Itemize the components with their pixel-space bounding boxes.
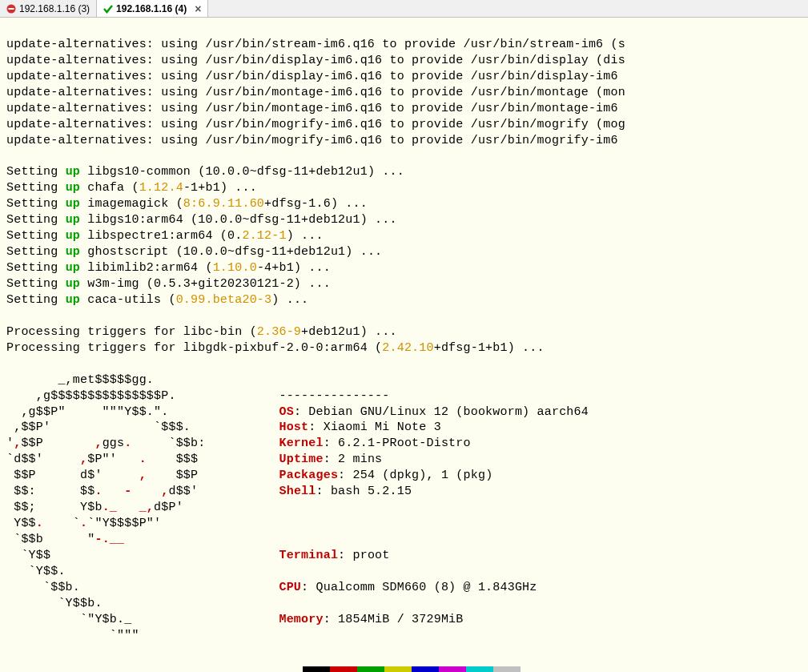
color-swatch (384, 666, 412, 673)
tab-label: 192.168.1.16 (3) (19, 3, 90, 14)
error-icon (6, 4, 16, 14)
color-swatch (303, 666, 330, 673)
color-swatch (466, 666, 493, 673)
tab-label: 192.168.1.16 (4) (116, 3, 187, 14)
terminal-output[interactable]: update-alternatives: using /usr/bin/stre… (0, 18, 808, 672)
trigger-output: Processing triggers for libc-bin (2.36-9… (6, 324, 802, 356)
tab-session-4[interactable]: 192.168.1.16 (4) × (97, 0, 208, 17)
color-swatch (439, 666, 466, 673)
color-swatch (493, 666, 521, 673)
tab-session-3[interactable]: 192.168.1.16 (3) (0, 0, 97, 17)
setup-output: Setting up libgs10-common (10.0.0~dfsg-1… (6, 164, 802, 308)
close-icon[interactable]: × (195, 2, 201, 15)
color-swatch (357, 666, 384, 673)
color-swatches-dark (303, 666, 802, 673)
ok-icon (103, 4, 113, 14)
apt-output: update-alternatives: using /usr/bin/stre… (6, 37, 802, 149)
neofetch-output: _,met$$$$$gg. ,g$$$$$$$$$$$$$$$P. ------… (6, 372, 802, 644)
color-swatch (330, 666, 357, 673)
tab-bar: 192.168.1.16 (3) 192.168.1.16 (4) × (0, 0, 808, 18)
svg-rect-1 (9, 8, 14, 10)
color-swatch (412, 666, 439, 673)
